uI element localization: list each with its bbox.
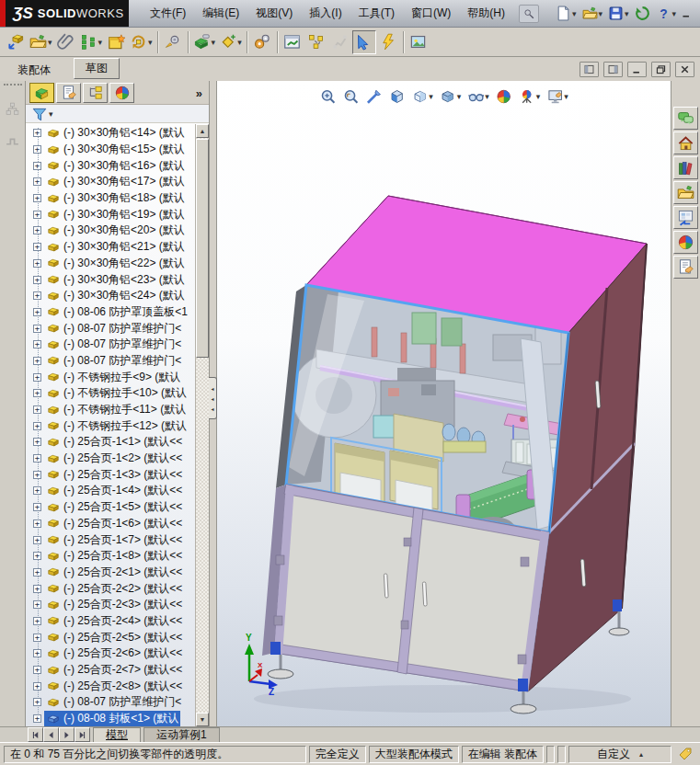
appearances-scenes-button[interactable] xyxy=(673,231,698,254)
menu-insert[interactable]: 插入(I) xyxy=(301,3,350,24)
step-button[interactable] xyxy=(4,131,22,149)
expand-toggle[interactable]: + xyxy=(33,373,41,382)
pane-preview-left-button[interactable] xyxy=(580,62,599,77)
assembly-features-button[interactable]: ▾ xyxy=(191,30,218,54)
expand-toggle[interactable]: + xyxy=(33,438,41,446)
pane-preview-right-button[interactable] xyxy=(603,62,623,77)
expand-toggle[interactable]: + xyxy=(33,600,41,609)
save-document-button[interactable]: ▾ xyxy=(606,3,631,25)
graphics-viewport[interactable]: ▾▾▾▾▾ xyxy=(217,81,671,726)
previous-view-button[interactable] xyxy=(363,86,384,107)
dropdown-arrow[interactable]: ▾ xyxy=(599,9,603,18)
design-library-button[interactable] xyxy=(673,156,698,179)
expand-toggle[interactable]: + xyxy=(33,357,41,365)
expand-toggle[interactable]: + xyxy=(33,405,41,414)
expand-toggle[interactable]: + xyxy=(33,698,41,706)
menu-edit[interactable]: 编辑(E) xyxy=(194,3,247,24)
tree-item[interactable]: +(-) 08-07 防护罩维护门< xyxy=(26,353,195,370)
tab-overflow-chevron[interactable]: » xyxy=(196,86,207,100)
tree-scrollbar[interactable]: ▲ ▼ xyxy=(195,124,209,726)
exploded-view-button[interactable] xyxy=(304,30,328,54)
expand-toggle[interactable]: + xyxy=(33,276,41,284)
view-orientation-button[interactable]: ▾ xyxy=(409,86,435,107)
featuremanager-tab-button[interactable] xyxy=(29,83,54,103)
tree-item[interactable]: +(-) 不锈钢拉手<11> (默认 xyxy=(26,402,195,418)
tree-item[interactable]: +(-) 不锈钢拉手<10> (默认 xyxy=(26,385,195,402)
tree-item[interactable]: +(-) 30×30角铝<14> (默认 xyxy=(26,125,195,142)
expand-toggle[interactable]: + xyxy=(33,649,41,657)
tree-item[interactable]: +(-) 25合页-1<8> (默认<< xyxy=(26,548,195,565)
rebuild-button[interactable] xyxy=(633,3,652,25)
expand-toggle[interactable]: + xyxy=(33,454,41,462)
view-palette-button[interactable] xyxy=(673,206,698,229)
open-part-button[interactable]: ▾ xyxy=(28,30,54,54)
expand-toggle[interactable]: + xyxy=(33,471,41,479)
scroll-up-button[interactable]: ▲ xyxy=(196,124,209,138)
expand-toggle[interactable]: + xyxy=(33,145,41,154)
edit-appearance-button[interactable] xyxy=(494,86,514,107)
expand-toggle[interactable]: + xyxy=(33,129,41,137)
dropdown-arrow[interactable]: ▾ xyxy=(536,92,541,101)
displaymanager-tab-button[interactable] xyxy=(109,83,134,103)
tree-item[interactable]: +(-) 30×30角铝<23> (默认 xyxy=(26,271,195,288)
display-style-button[interactable]: ▾ xyxy=(438,86,464,107)
tree-item[interactable]: +(-) 08-07 防护罩维护门< xyxy=(26,694,195,711)
configurationmanager-tab-button[interactable] xyxy=(83,83,108,103)
toolbar-grip[interactable] xyxy=(4,84,22,86)
document-restore-button[interactable] xyxy=(651,62,671,77)
expand-toggle[interactable]: + xyxy=(33,520,41,528)
pin-menu-button[interactable] xyxy=(519,5,539,23)
expand-toggle[interactable]: + xyxy=(33,162,41,170)
new-motion-study-button[interactable] xyxy=(250,30,274,54)
hierarchy-button[interactable] xyxy=(4,99,22,118)
go-next-button[interactable] xyxy=(59,727,75,742)
expand-toggle[interactable]: + xyxy=(33,259,41,268)
view-settings-button[interactable]: ▾ xyxy=(545,86,570,107)
tab-assembly[interactable]: 装配体 xyxy=(7,60,61,81)
panel-collapse-handle[interactable]: ◂ ◂ ◂ xyxy=(209,377,217,419)
expand-toggle[interactable]: + xyxy=(33,226,41,234)
rotate-component-button[interactable]: ▾ xyxy=(128,30,155,54)
take-snapshot-button[interactable] xyxy=(407,30,430,54)
menu-tools[interactable]: 工具(T) xyxy=(350,3,403,24)
scroll-thumb[interactable] xyxy=(196,139,209,358)
expand-toggle[interactable]: + xyxy=(33,325,41,333)
dropdown-arrow[interactable]: ▾ xyxy=(98,38,103,47)
tree-item[interactable]: +(-) 25合页-1<2> (默认<< xyxy=(26,451,195,467)
tree-item[interactable]: +(-) 25合页-1<1> (默认<< xyxy=(26,434,195,451)
expand-toggle[interactable]: + xyxy=(33,568,41,577)
menu-file[interactable]: 文件(F) xyxy=(142,3,194,24)
tree-item[interactable]: +(-) 25合页-2<4> (默认<< xyxy=(26,613,195,630)
model-3d-view[interactable]: Y Z X xyxy=(217,81,671,726)
tree-item[interactable]: +(-) 08-07 防护罩维护门< xyxy=(26,337,195,353)
go-last-button[interactable] xyxy=(75,727,90,742)
reference-geometry-button[interactable]: ▾ xyxy=(217,30,244,54)
solidworks-forum-button[interactable] xyxy=(673,107,698,130)
dropdown-arrow[interactable]: ▾ xyxy=(625,9,629,18)
tree-item[interactable]: +(-) 25合页-1<4> (默认<< xyxy=(26,483,195,499)
expand-toggle[interactable]: + xyxy=(33,177,41,186)
expand-toggle[interactable]: + xyxy=(33,503,41,511)
window-minimize-button[interactable] xyxy=(678,6,694,20)
dropdown-arrow[interactable]: ▾ xyxy=(485,92,489,101)
expand-toggle[interactable]: + xyxy=(33,682,41,691)
smart-fasteners-button[interactable] xyxy=(104,30,128,54)
tree-item[interactable]: +(-) 30×30角铝<17> (默认 xyxy=(26,174,195,190)
tree-item[interactable]: +(-) 30×30角铝<22> (默认 xyxy=(26,256,195,272)
document-minimize-button[interactable] xyxy=(627,62,647,77)
help-button[interactable]: ?▾ xyxy=(654,3,679,25)
expand-toggle[interactable]: + xyxy=(33,486,41,495)
go-first-button[interactable] xyxy=(28,727,43,742)
tree-item[interactable]: +(-) 25合页-1<5> (默认<< xyxy=(26,499,195,516)
tree-item[interactable]: +(-) 不锈钢拉手<9> (默认 xyxy=(26,369,195,385)
tag-button[interactable] xyxy=(676,744,694,765)
tree-item[interactable]: +(-) 25合页-2<1> (默认<< xyxy=(26,565,195,581)
filter-button[interactable]: ▾ xyxy=(29,103,55,124)
document-close-button[interactable] xyxy=(675,62,694,77)
tree-item[interactable]: +(-) 30×30角铝<18> (默认 xyxy=(26,190,195,207)
tree-item[interactable]: +(-) 30×30角铝<21> (默认 xyxy=(26,239,195,256)
tree-item[interactable]: +(-) 25合页-2<2> (默认<< xyxy=(26,580,195,597)
menu-window[interactable]: 窗口(W) xyxy=(403,3,459,24)
menu-help[interactable]: 帮助(H) xyxy=(459,3,513,24)
tab-motion-study[interactable]: 运动算例1 xyxy=(143,727,220,742)
